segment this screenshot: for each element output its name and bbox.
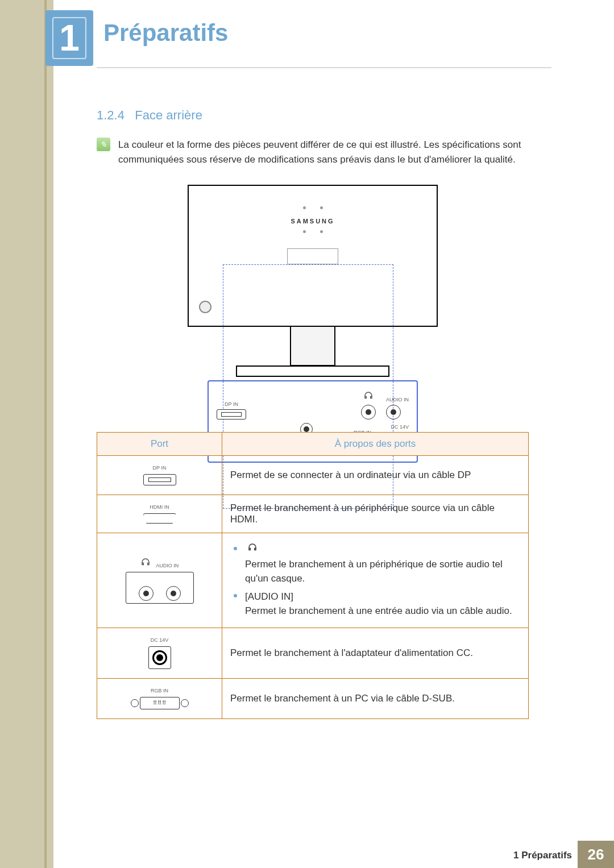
- rgb-cell-label: RGB IN: [102, 688, 217, 693]
- table-row: HDMI IN Permet le branchement à un périp…: [97, 495, 529, 533]
- title-underline: [97, 67, 551, 68]
- headphone-icon: [247, 542, 258, 553]
- list-item: Permet le branchement à un périphérique …: [230, 542, 520, 586]
- hdmi-port-icon: [143, 513, 176, 524]
- ports-table: Port À propos des ports DP IN Permet de …: [97, 432, 529, 719]
- note-row: ✎ La couleur et la forme des pièces peuv…: [97, 138, 529, 168]
- desc-cell: Permet le branchement à l'adaptateur d'a…: [222, 628, 529, 678]
- list-item: [AUDIO IN] Permet le branchement à une e…: [230, 589, 520, 618]
- table-row: AUDIO IN Permet le branchement à un péri…: [97, 533, 529, 628]
- table-row: DP IN Permet de se connecter à un ordina…: [97, 456, 529, 495]
- dp-port-icon: [143, 474, 176, 485]
- headphone-icon: [363, 391, 374, 401]
- dp-cell-label: DP IN: [102, 465, 217, 471]
- port-plate-icon: [287, 248, 338, 264]
- table-row: RGB IN ⠿⠿⠿ Permet le branchement à un PC…: [97, 678, 529, 719]
- section-body: 1.2.4 Face arrière ✎ La couleur et la fo…: [97, 108, 529, 463]
- desc-cell: Permet le branchement à un périphérique …: [222, 533, 529, 628]
- section-heading: 1.2.4 Face arrière: [97, 108, 529, 123]
- table-row: DC 14V Permet le branchement à l'adaptat…: [97, 628, 529, 678]
- page-footer: 1 Préparatifs 26: [0, 841, 614, 868]
- note-text: La couleur et la forme des pièces peuven…: [118, 138, 529, 168]
- port-cell-dp: DP IN: [97, 456, 222, 495]
- dc-port-icon: [148, 646, 171, 669]
- audio-in-jack-icon: AUDIO IN: [386, 397, 409, 420]
- desc-subtitle: [AUDIO IN]: [245, 591, 293, 602]
- port-cell-hdmi: HDMI IN: [97, 495, 222, 533]
- desc-text: Permet le branchement à un périphérique …: [245, 559, 503, 584]
- audio-cell-label: AUDIO IN: [102, 557, 217, 568]
- chapter-badge: 1: [45, 10, 93, 66]
- dc-cell-label: DC 14V: [102, 637, 217, 643]
- headphone-jack-icon: [361, 391, 376, 420]
- table-header-port: Port: [97, 433, 222, 456]
- footer-label: 1 Préparatifs: [513, 850, 572, 861]
- table-header-about: À propos des ports: [222, 433, 529, 456]
- section-title: Face arrière: [135, 108, 202, 122]
- page-number: 26: [578, 841, 614, 868]
- desc-cell: Permet le branchement à un PC via le câb…: [222, 678, 529, 719]
- dp-label: DP IN: [217, 401, 246, 407]
- section-number: 1.2.4: [97, 108, 125, 122]
- headphone-icon: [140, 557, 151, 567]
- port-cell-dc: DC 14V: [97, 628, 222, 678]
- note-icon: ✎: [97, 138, 110, 151]
- monitor-rear: SAMSUNG: [188, 185, 438, 327]
- desc-cell: Permet le branchement à un périphérique …: [222, 495, 529, 533]
- vga-port-icon: ⠿⠿⠿: [102, 697, 217, 709]
- hdmi-cell-label: HDMI IN: [102, 504, 217, 510]
- dp-port-icon: DP IN: [217, 401, 246, 420]
- port-cell-audio: AUDIO IN: [97, 533, 222, 628]
- dc-label: DC 14V: [391, 424, 409, 430]
- jog-button-icon: [199, 301, 211, 313]
- chapter-number: 1: [52, 17, 86, 59]
- desc-cell: Permet de se connecter à un ordinateur v…: [222, 456, 529, 495]
- port-cell-rgb: RGB IN ⠿⠿⠿: [97, 678, 222, 719]
- side-strip: [0, 0, 53, 868]
- brand-label: SAMSUNG: [189, 218, 437, 225]
- audio-jack-pair-icon: [126, 572, 194, 604]
- chapter-title: Préparatifs: [103, 19, 228, 47]
- rear-diagram: SAMSUNG DP IN: [188, 185, 438, 463]
- audio-label: AUDIO IN: [386, 397, 409, 402]
- desc-text: Permet le branchement à une entrée audio…: [245, 605, 512, 616]
